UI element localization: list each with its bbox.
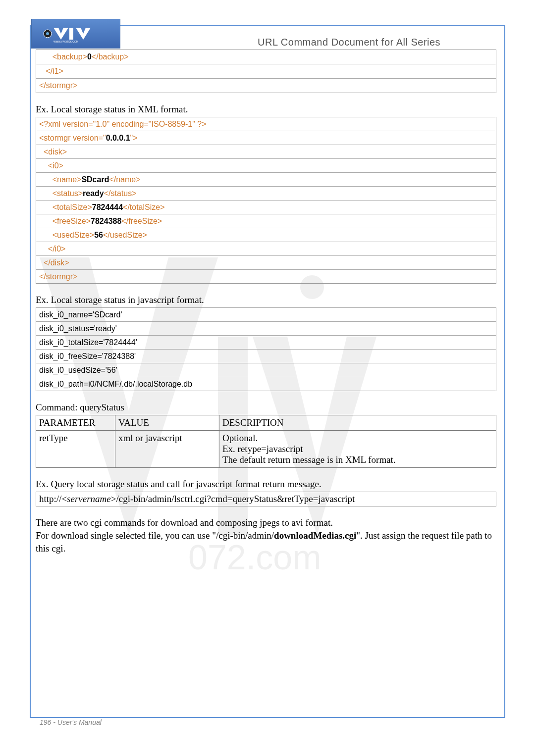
code-line: </i1> [36,64,496,79]
table-cell: retType [36,431,115,468]
code-line: </stormgr> [36,79,496,93]
code-line: <stormgr version="0.0.0.1"> [36,131,496,145]
code-line: <usedSize>56</usedSize> [36,228,496,242]
command-label: Command: queryStatus [36,402,496,413]
code-line: disk_i0_freeSize='7824388' [36,350,496,363]
table-row: retType xml or javascript Optional. Ex. … [36,431,496,468]
table-header: VALUE [115,415,219,431]
example-label-3: Ex. Query local storage status and call … [36,479,496,490]
paragraph: There are two cgi commands for download … [36,516,496,529]
table-header: DESCRIPTION [219,415,496,431]
example-label-1: Ex. Local storage status in XML format. [36,104,496,115]
code-line: disk_i0_status='ready' [36,322,496,336]
code-line: disk_i0_path=i0/NCMF/.db/.localStorage.d… [36,377,496,391]
code-line: </i0> [36,242,496,256]
code-line: <name>SDcard</name> [36,173,496,187]
table-cell: xml or javascript [115,431,219,468]
code-line: <freeSize>7824388</freeSize> [36,214,496,228]
svg-point-1 [46,32,49,35]
parameter-table: PARAMETER VALUE DESCRIPTION retType xml … [36,415,496,468]
code-line: http://<servername>/cgi-bin/admin/lsctrl… [36,492,496,506]
code-line: <backup>0</backup> [36,50,496,64]
logo: WWW.VIVOTEK.COM [31,19,120,49]
code-line: disk_i0_usedSize='56' [36,363,496,377]
table-header: PARAMETER [36,415,115,431]
code-line: <status>ready</status> [36,187,496,201]
code-line: </stormgr> [36,270,496,283]
url-snippet: http://<servername>/cgi-bin/admin/lsctrl… [36,492,496,506]
content-area: <backup>0</backup> </i1> </stormgr> Ex. … [36,50,496,555]
js-snippet: disk_i0_name='SDcard' disk_i0_status='re… [36,307,496,391]
table-row: PARAMETER VALUE DESCRIPTION [36,415,496,431]
paragraph: For download single selected file, you c… [36,529,496,555]
code-line: <totalSize>7824444</totalSize> [36,201,496,214]
code-line: disk_i0_name='SDcard' [36,308,496,322]
xml-snippet-1: <backup>0</backup> </i1> </stormgr> [36,50,496,93]
header-title: URL Command Document for All Series [258,37,535,48]
code-line: <i0> [36,159,496,173]
code-line: </disk> [36,256,496,270]
body-text: There are two cgi commands for download … [36,516,496,555]
xml-snippet-2: <?xml version="1.0" encoding="ISO-8859-1… [36,117,496,284]
code-line: <disk> [36,145,496,159]
table-cell: Optional. Ex. retype=javascript The defa… [219,431,496,468]
svg-rect-2 [69,28,73,40]
page-footer: 196 - User's Manual [40,718,102,726]
code-line: disk_i0_totalSize='7824444' [36,336,496,350]
svg-text:WWW.VIVOTEK.COM: WWW.VIVOTEK.COM [54,40,78,43]
code-line: <?xml version="1.0" encoding="ISO-8859-1… [36,117,496,131]
example-label-2: Ex. Local storage status in javascript f… [36,295,496,305]
